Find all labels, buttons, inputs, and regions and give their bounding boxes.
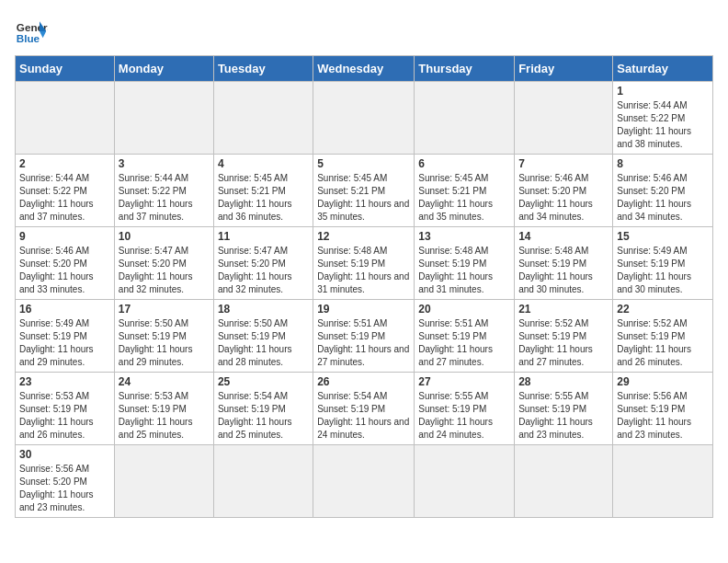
calendar-cell: 7Sunrise: 5:46 AMSunset: 5:20 PMDaylight… — [515, 155, 613, 227]
day-info: Sunrise: 5:51 AMSunset: 5:19 PMDaylight:… — [317, 317, 410, 369]
calendar-cell — [114, 82, 213, 155]
header: General Blue — [15, 15, 713, 48]
calendar-cell: 3Sunrise: 5:44 AMSunset: 5:22 PMDaylight… — [114, 155, 213, 227]
day-number: 23 — [19, 375, 110, 388]
calendar-cell: 2Sunrise: 5:44 AMSunset: 5:22 PMDaylight… — [16, 155, 115, 227]
weekday-header-tuesday: Tuesday — [213, 56, 313, 82]
calendar-cell: 10Sunrise: 5:47 AMSunset: 5:20 PMDayligh… — [114, 227, 213, 300]
calendar-cell: 13Sunrise: 5:48 AMSunset: 5:19 PMDayligh… — [415, 227, 515, 300]
calendar: SundayMondayTuesdayWednesdayThursdayFrid… — [15, 55, 713, 518]
day-number: 20 — [418, 303, 510, 316]
day-info: Sunrise: 5:49 AMSunset: 5:19 PMDaylight:… — [19, 317, 110, 369]
day-info: Sunrise: 5:46 AMSunset: 5:20 PMDaylight:… — [518, 172, 609, 224]
day-number: 5 — [317, 157, 410, 170]
day-info: Sunrise: 5:44 AMSunset: 5:22 PMDaylight:… — [119, 172, 210, 224]
calendar-cell — [213, 82, 313, 155]
day-info: Sunrise: 5:47 AMSunset: 5:20 PMDaylight:… — [119, 245, 210, 296]
day-number: 18 — [218, 303, 309, 316]
day-info: Sunrise: 5:48 AMSunset: 5:19 PMDaylight:… — [418, 245, 510, 296]
calendar-cell: 22Sunrise: 5:52 AMSunset: 5:19 PMDayligh… — [613, 300, 713, 373]
calendar-cell — [114, 445, 213, 518]
day-info: Sunrise: 5:44 AMSunset: 5:22 PMDaylight:… — [19, 172, 110, 224]
day-number: 26 — [317, 375, 410, 388]
calendar-cell: 18Sunrise: 5:50 AMSunset: 5:19 PMDayligh… — [213, 300, 313, 373]
day-number: 28 — [518, 375, 609, 388]
day-number: 27 — [418, 375, 510, 388]
day-number: 2 — [19, 157, 110, 170]
day-number: 22 — [617, 303, 709, 316]
day-info: Sunrise: 5:53 AMSunset: 5:19 PMDaylight:… — [19, 390, 110, 442]
calendar-row: 23Sunrise: 5:53 AMSunset: 5:19 PMDayligh… — [16, 373, 713, 445]
day-number: 4 — [218, 157, 309, 170]
calendar-row: 2Sunrise: 5:44 AMSunset: 5:22 PMDaylight… — [16, 155, 713, 227]
calendar-row: 9Sunrise: 5:46 AMSunset: 5:20 PMDaylight… — [16, 227, 713, 300]
calendar-cell: 26Sunrise: 5:54 AMSunset: 5:19 PMDayligh… — [313, 373, 415, 445]
day-number: 14 — [518, 230, 609, 243]
day-info: Sunrise: 5:45 AMSunset: 5:21 PMDaylight:… — [218, 172, 309, 224]
day-info: Sunrise: 5:53 AMSunset: 5:19 PMDaylight:… — [119, 390, 210, 442]
calendar-cell: 20Sunrise: 5:51 AMSunset: 5:19 PMDayligh… — [415, 300, 515, 373]
day-info: Sunrise: 5:46 AMSunset: 5:20 PMDaylight:… — [19, 245, 110, 296]
day-info: Sunrise: 5:54 AMSunset: 5:19 PMDaylight:… — [218, 390, 309, 442]
calendar-cell: 11Sunrise: 5:47 AMSunset: 5:20 PMDayligh… — [213, 227, 313, 300]
day-info: Sunrise: 5:45 AMSunset: 5:21 PMDaylight:… — [317, 172, 410, 224]
calendar-cell: 8Sunrise: 5:46 AMSunset: 5:20 PMDaylight… — [613, 155, 713, 227]
day-info: Sunrise: 5:48 AMSunset: 5:19 PMDaylight:… — [518, 245, 609, 296]
day-number: 12 — [317, 230, 410, 243]
weekday-header-thursday: Thursday — [415, 56, 515, 82]
day-number: 9 — [19, 230, 110, 243]
day-info: Sunrise: 5:47 AMSunset: 5:20 PMDaylight:… — [218, 245, 309, 296]
calendar-cell: 24Sunrise: 5:53 AMSunset: 5:19 PMDayligh… — [114, 373, 213, 445]
day-info: Sunrise: 5:49 AMSunset: 5:19 PMDaylight:… — [617, 245, 709, 296]
calendar-cell: 23Sunrise: 5:53 AMSunset: 5:19 PMDayligh… — [16, 373, 115, 445]
calendar-cell: 30Sunrise: 5:56 AMSunset: 5:20 PMDayligh… — [16, 445, 115, 518]
weekday-header-saturday: Saturday — [613, 56, 713, 82]
calendar-cell — [613, 445, 713, 518]
calendar-cell: 15Sunrise: 5:49 AMSunset: 5:19 PMDayligh… — [613, 227, 713, 300]
calendar-cell: 17Sunrise: 5:50 AMSunset: 5:19 PMDayligh… — [114, 300, 213, 373]
day-info: Sunrise: 5:52 AMSunset: 5:19 PMDaylight:… — [617, 317, 709, 369]
calendar-cell — [515, 82, 613, 155]
calendar-cell: 6Sunrise: 5:45 AMSunset: 5:21 PMDaylight… — [415, 155, 515, 227]
calendar-cell: 16Sunrise: 5:49 AMSunset: 5:19 PMDayligh… — [16, 300, 115, 373]
day-number: 11 — [218, 230, 309, 243]
logo-icon: General Blue — [15, 15, 48, 48]
calendar-cell — [213, 445, 313, 518]
day-info: Sunrise: 5:48 AMSunset: 5:19 PMDaylight:… — [317, 245, 410, 296]
day-info: Sunrise: 5:54 AMSunset: 5:19 PMDaylight:… — [317, 390, 410, 442]
calendar-cell: 25Sunrise: 5:54 AMSunset: 5:19 PMDayligh… — [213, 373, 313, 445]
calendar-cell: 27Sunrise: 5:55 AMSunset: 5:19 PMDayligh… — [415, 373, 515, 445]
day-info: Sunrise: 5:52 AMSunset: 5:19 PMDaylight:… — [518, 317, 609, 369]
calendar-cell: 5Sunrise: 5:45 AMSunset: 5:21 PMDaylight… — [313, 155, 415, 227]
day-number: 25 — [218, 375, 309, 388]
day-number: 21 — [518, 303, 609, 316]
calendar-cell — [313, 82, 415, 155]
calendar-cell: 9Sunrise: 5:46 AMSunset: 5:20 PMDaylight… — [16, 227, 115, 300]
day-info: Sunrise: 5:55 AMSunset: 5:19 PMDaylight:… — [418, 390, 510, 442]
calendar-cell — [313, 445, 415, 518]
day-number: 30 — [19, 448, 110, 461]
day-number: 7 — [518, 157, 609, 170]
svg-text:Blue: Blue — [17, 32, 40, 44]
calendar-cell: 29Sunrise: 5:56 AMSunset: 5:19 PMDayligh… — [613, 373, 713, 445]
day-number: 16 — [19, 303, 110, 316]
day-info: Sunrise: 5:46 AMSunset: 5:20 PMDaylight:… — [617, 172, 709, 224]
calendar-cell: 28Sunrise: 5:55 AMSunset: 5:19 PMDayligh… — [515, 373, 613, 445]
day-number: 3 — [119, 157, 210, 170]
weekday-header-sunday: Sunday — [16, 56, 115, 82]
calendar-cell: 1Sunrise: 5:44 AMSunset: 5:22 PMDaylight… — [613, 82, 713, 155]
weekday-header-wednesday: Wednesday — [313, 56, 415, 82]
calendar-cell: 21Sunrise: 5:52 AMSunset: 5:19 PMDayligh… — [515, 300, 613, 373]
day-info: Sunrise: 5:45 AMSunset: 5:21 PMDaylight:… — [418, 172, 510, 224]
weekday-header-friday: Friday — [515, 56, 613, 82]
calendar-cell — [415, 445, 515, 518]
calendar-cell — [16, 82, 115, 155]
calendar-cell: 12Sunrise: 5:48 AMSunset: 5:19 PMDayligh… — [313, 227, 415, 300]
svg-marker-3 — [40, 31, 46, 38]
calendar-cell: 4Sunrise: 5:45 AMSunset: 5:21 PMDaylight… — [213, 155, 313, 227]
day-info: Sunrise: 5:44 AMSunset: 5:22 PMDaylight:… — [617, 99, 709, 151]
calendar-cell — [415, 82, 515, 155]
calendar-cell — [515, 445, 613, 518]
day-info: Sunrise: 5:50 AMSunset: 5:19 PMDaylight:… — [119, 317, 210, 369]
calendar-cell: 14Sunrise: 5:48 AMSunset: 5:19 PMDayligh… — [515, 227, 613, 300]
